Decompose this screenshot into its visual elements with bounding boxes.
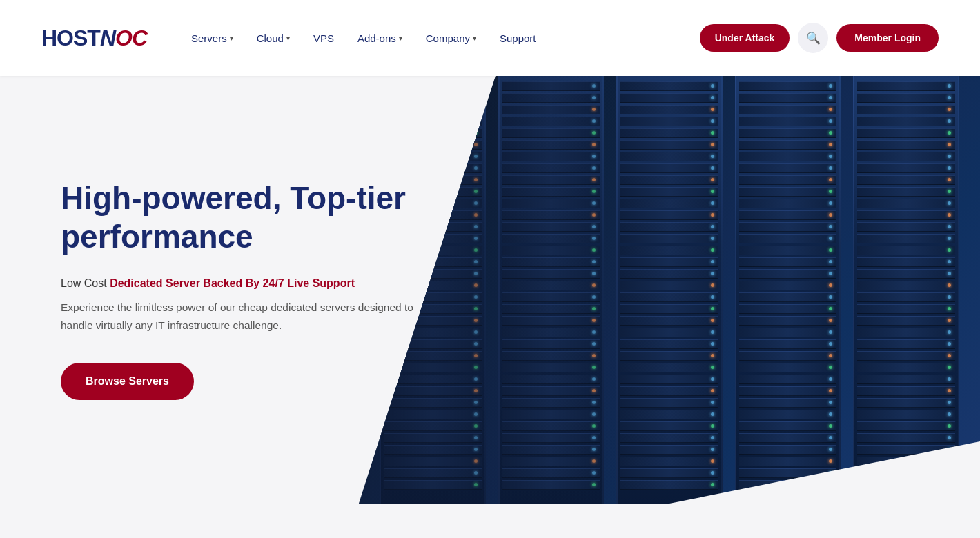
rack-unit (502, 421, 600, 431)
rack-unit (620, 257, 718, 267)
rack-unit (739, 445, 837, 455)
rack-unit (620, 222, 718, 232)
rack-unit (739, 222, 837, 232)
rack-unit (620, 140, 718, 150)
rack-unit (620, 304, 718, 314)
rack-unit (739, 105, 837, 114)
rack-unit (502, 246, 600, 255)
hero-section: High-powered, Top-tier performance Low C… (0, 76, 980, 504)
rack-unit (620, 445, 718, 455)
rack-unit (857, 292, 955, 302)
rack-unit (857, 281, 955, 290)
rack-unit (384, 163, 482, 173)
rack-unit (502, 117, 600, 126)
rack-unit (502, 304, 600, 314)
rack-unit (502, 210, 600, 220)
nav-item-cloud[interactable]: Cloud ▾ (247, 27, 300, 50)
rack-unit (620, 292, 718, 302)
member-login-button[interactable]: Member Login (836, 24, 939, 52)
rack-unit (620, 480, 718, 490)
rack-unit (620, 316, 718, 326)
rack-unit (739, 398, 837, 408)
rack-unit (384, 410, 482, 419)
nav-label-addons: Add-ons (357, 32, 396, 44)
rack-unit (739, 375, 837, 384)
rack-unit (857, 163, 955, 173)
rack-unit (739, 199, 837, 208)
rack-unit (857, 316, 955, 326)
rack-unit (502, 363, 600, 372)
nav-actions: Under Attack 🔍 Member Login (700, 23, 939, 53)
rack-unit (857, 410, 955, 419)
nav-item-servers[interactable]: Servers ▾ (182, 27, 243, 50)
rack-unit (384, 81, 482, 91)
rack-unit (857, 210, 955, 220)
rack-unit (857, 257, 955, 267)
rack-unit (739, 234, 837, 243)
rack-unit (502, 398, 600, 408)
rack-unit (620, 152, 718, 161)
rack-unit (857, 457, 955, 466)
rack-unit (384, 421, 482, 431)
rack-unit (739, 316, 837, 326)
rack-unit (384, 468, 482, 478)
nav-item-support[interactable]: Support (490, 27, 546, 50)
rack-unit (620, 187, 718, 197)
rack-unit (502, 140, 600, 150)
rack-unit (502, 375, 600, 384)
rack-unit (739, 457, 837, 466)
search-icon: 🔍 (806, 31, 821, 46)
logo-n: N (100, 26, 115, 51)
rack-unit (739, 433, 837, 443)
browse-servers-button[interactable]: Browse Servers (61, 363, 194, 400)
hero-subtitle-link[interactable]: Dedicated Server Backed By 24/7 Live Sup… (110, 277, 355, 289)
rack-unit (739, 140, 837, 150)
rack-unit (857, 140, 955, 150)
nav-item-company[interactable]: Company ▾ (416, 27, 486, 50)
rack-unit (739, 410, 837, 419)
nav-item-vps[interactable]: VPS (304, 27, 344, 50)
rack-unit (857, 175, 955, 185)
hero-description: Experience the limitless power of our ch… (61, 299, 422, 335)
rack-4 (735, 76, 841, 504)
rack-unit (857, 480, 955, 490)
rack-unit (739, 328, 837, 337)
rack-unit (857, 152, 955, 161)
rack-unit (384, 433, 482, 443)
rack-unit (620, 375, 718, 384)
rack-unit (739, 152, 837, 161)
logo-oc: OC (115, 26, 147, 51)
search-button[interactable]: 🔍 (798, 23, 828, 53)
rack-unit (384, 480, 482, 490)
rack-unit (857, 468, 955, 478)
rack-unit (384, 140, 482, 150)
rack-unit (857, 199, 955, 208)
rack-unit (502, 81, 600, 91)
rack-unit (502, 410, 600, 419)
logo[interactable]: HOSTNOC (41, 26, 147, 51)
rack-unit (857, 117, 955, 126)
rack-unit (739, 304, 837, 314)
rack-unit (502, 292, 600, 302)
rack-unit (620, 339, 718, 349)
under-attack-button[interactable]: Under Attack (700, 24, 790, 52)
rack-unit (857, 222, 955, 232)
rack-unit (620, 386, 718, 396)
nav-label-support: Support (500, 32, 536, 44)
hero-title: High-powered, Top-tier performance (61, 179, 422, 255)
rack-unit (502, 152, 600, 161)
rack-unit (384, 105, 482, 114)
rack-unit (620, 234, 718, 243)
rack-unit (384, 152, 482, 161)
rack-unit (502, 339, 600, 349)
rack-unit (620, 210, 718, 220)
rack-unit (502, 281, 600, 290)
rack-2 (498, 76, 605, 504)
rack-unit (620, 351, 718, 361)
rack-unit (620, 81, 718, 91)
nav-item-addons[interactable]: Add-ons ▾ (348, 27, 412, 50)
rack-unit (502, 128, 600, 138)
rack-unit (739, 480, 837, 490)
rack-unit (502, 93, 600, 103)
rack-5 (853, 76, 959, 504)
